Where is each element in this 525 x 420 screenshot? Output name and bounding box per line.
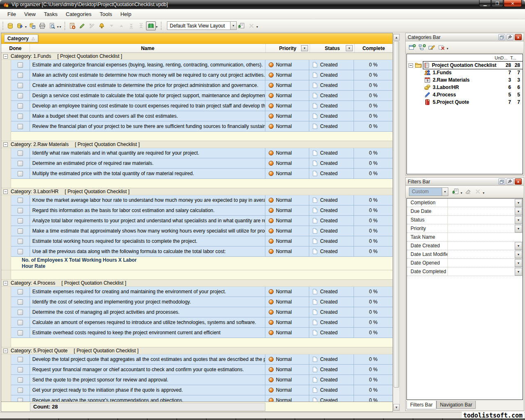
filter-dropdown-button[interactable]: ▼ — [515, 199, 522, 207]
scroll-up-icon[interactable]: ▲ — [393, 34, 399, 41]
task-checkbox[interactable] — [18, 388, 23, 393]
task-checkbox[interactable] — [18, 357, 23, 362]
task-row[interactable]: Estimate and categorize financial expens… — [1, 60, 393, 70]
column-header-total[interactable]: T... — [510, 55, 523, 60]
category-tree-item[interactable]: 5.Project Quote77 — [407, 98, 523, 106]
task-checkbox[interactable] — [18, 103, 23, 109]
filter-dropdown-button[interactable]: ▼ — [515, 251, 522, 258]
task-row[interactable]: Develop the total project quote that agg… — [1, 354, 393, 365]
chevron-down-icon[interactable]: ▾ — [25, 25, 27, 29]
menu-item-tasks[interactable]: Tasks — [40, 10, 62, 18]
category-group-row[interactable]: −Category: 1.Funds[ Project Quotation Ch… — [1, 53, 393, 60]
print-preview-button[interactable] — [47, 21, 57, 30]
task-checkbox[interactable] — [18, 330, 23, 336]
task-checkbox[interactable] — [18, 249, 23, 254]
filter-dropdown-button[interactable]: ▼ — [515, 259, 522, 267]
new-task-button[interactable] — [67, 21, 77, 30]
task-reminder-button[interactable] — [97, 21, 107, 30]
clear-filter-button[interactable] — [463, 187, 473, 196]
menu-item-view[interactable]: View — [20, 10, 40, 18]
task-row[interactable]: Know the market average labor hour rate … — [1, 195, 393, 205]
edit-task-button[interactable] — [77, 21, 87, 30]
chevron-down-icon[interactable]: ▾ — [57, 25, 59, 29]
task-row[interactable]: Make an activity cost estimate to determ… — [1, 70, 393, 80]
task-checkbox[interactable] — [18, 124, 23, 129]
task-checkbox[interactable] — [18, 114, 23, 119]
priority-filter-button[interactable]: ▼ — [301, 45, 308, 51]
task-row[interactable]: Regard this information as the basis for… — [1, 205, 393, 216]
tab-navigation-bar[interactable]: Navigation Bar — [436, 401, 476, 409]
task-checkbox[interactable] — [18, 239, 23, 244]
minimize-button[interactable]: ▁ — [479, 0, 491, 7]
task-row[interactable]: Develop an employee training cost estima… — [1, 101, 393, 111]
scrollbar-thumb[interactable] — [394, 41, 399, 388]
vertical-scrollbar[interactable]: ▲ ▼ — [393, 34, 400, 411]
close-panel-icon[interactable]: x — [515, 178, 522, 185]
status-filter-button[interactable]: ▼ — [346, 45, 353, 51]
new-database-button[interactable] — [5, 21, 15, 30]
task-checkbox[interactable] — [18, 198, 23, 203]
filter-preset-combo[interactable]: Custom ▼ — [409, 187, 448, 196]
chevron-down-icon[interactable]: ▾ — [461, 191, 462, 195]
task-checkbox[interactable] — [18, 151, 23, 156]
category-tree-item[interactable]: 4.Process55 — [407, 91, 523, 98]
restore-panel-icon[interactable] — [498, 178, 505, 185]
category-tree-item[interactable]: 3.Labor/HR66 — [407, 84, 523, 91]
task-row[interactable]: Multiply the estimated price with the to… — [1, 169, 393, 179]
task-checkbox[interactable] — [18, 320, 23, 325]
categories-bar-header[interactable]: Categories Bar x — [406, 33, 524, 41]
category-group-row[interactable]: −Category: 5.Project Quote[ Project Quot… — [1, 347, 393, 354]
print-button[interactable] — [37, 21, 47, 30]
pin-icon[interactable] — [507, 178, 514, 185]
collapse-group-icon[interactable]: − — [3, 349, 8, 353]
task-checkbox[interactable] — [18, 310, 23, 315]
menu-item-file[interactable]: File — [3, 10, 20, 18]
task-row[interactable]: Estimate total working hours required fo… — [1, 236, 393, 247]
collapse-tree-icon[interactable]: − — [409, 63, 413, 68]
new-category-button[interactable] — [407, 43, 417, 52]
task-checkbox[interactable] — [18, 93, 23, 98]
chevron-down-icon[interactable]: ▾ — [447, 47, 448, 50]
task-checkbox[interactable] — [18, 218, 23, 224]
column-header-status[interactable]: Status ▼ — [310, 44, 355, 52]
title-bar[interactable]: Vip organizer [C:\Users\dmitry\Desktop\P… — [0, 0, 525, 9]
column-header-priority[interactable]: Priority ▼ — [266, 44, 310, 52]
tab-filters-bar[interactable]: Filters Bar — [406, 401, 436, 409]
task-row[interactable]: Determine the cost of managing all proje… — [1, 307, 393, 317]
menu-item-help[interactable]: Help — [116, 10, 135, 18]
task-row[interactable]: Identify what raw materials and in what … — [1, 148, 393, 158]
task-checkbox[interactable] — [18, 208, 23, 213]
column-header-name[interactable]: Name — [30, 44, 266, 52]
task-checkbox[interactable] — [18, 73, 23, 78]
group-by-category-chip[interactable]: Category △ — [4, 34, 38, 42]
filter-dropdown-button[interactable]: ▼ — [515, 268, 522, 276]
task-checkbox[interactable] — [18, 171, 23, 176]
filter-dropdown-button[interactable]: ▼ — [515, 225, 522, 233]
task-checkbox[interactable] — [18, 299, 23, 305]
task-row[interactable]: Review the financial plan of your projec… — [1, 121, 393, 132]
layout-combo[interactable]: Default Task View Layout ▼ — [167, 21, 237, 30]
category-tree-item[interactable]: 52.Raw Materials33 — [407, 76, 523, 84]
manage-layout-button[interactable] — [237, 21, 247, 30]
filter-dropdown-button[interactable]: ▼ — [515, 216, 522, 224]
menu-item-tools[interactable]: Tools — [96, 10, 116, 18]
filters-bar-header[interactable]: Filters Bar x — [406, 178, 524, 186]
collapse-group-icon[interactable]: − — [3, 54, 8, 59]
task-row[interactable]: Make a budget sheet that counts and cove… — [1, 111, 393, 121]
scroll-down-icon[interactable]: ▼ — [393, 404, 399, 411]
task-checkbox[interactable] — [18, 377, 23, 383]
collapse-group-icon[interactable]: − — [3, 189, 8, 194]
restore-panel-icon[interactable] — [498, 34, 505, 40]
task-checkbox[interactable] — [18, 367, 23, 372]
task-row[interactable]: Use all the previous data along with the… — [1, 247, 393, 257]
collapse-group-icon[interactable]: − — [3, 142, 8, 147]
task-row[interactable]: Design a service cost estimate to calcul… — [1, 91, 393, 101]
task-row[interactable]: Estimate expenses required for creating … — [1, 287, 393, 297]
category-tree-item[interactable]: −Project Quotation Checklist2828 — [407, 62, 523, 69]
chevron-down-icon[interactable]: ▾ — [483, 191, 484, 195]
edit-category-button[interactable] — [427, 43, 437, 52]
task-checkbox[interactable] — [18, 62, 23, 68]
task-row[interactable]: Identify the cost of selecting and imple… — [1, 297, 393, 307]
filter-dropdown-button[interactable]: ▼ — [515, 208, 522, 215]
task-row[interactable]: Analyze total labor requirements to your… — [1, 216, 393, 226]
